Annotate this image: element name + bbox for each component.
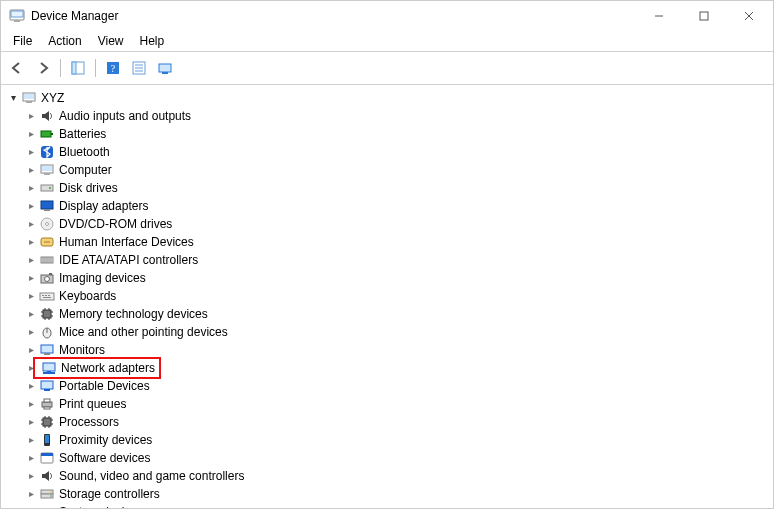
svg-rect-24 [42,166,52,171]
svg-rect-64 [41,381,53,389]
tree-node[interactable]: Human Interface Devices [3,233,771,251]
expand-arrow-icon[interactable] [25,251,37,269]
tree-node[interactable]: Portable Devices [3,377,771,395]
expand-arrow-icon[interactable] [25,377,37,395]
svg-rect-43 [40,293,54,300]
app-icon [9,8,25,24]
svg-rect-20 [41,131,51,137]
show-hide-console-tree-button[interactable] [66,56,90,80]
device-tree[interactable]: XYZ Audio inputs and outputsBatteriesBlu… [1,85,773,508]
expand-arrow-icon[interactable] [25,431,37,449]
tree-node[interactable]: IDE ATA/ATAPI controllers [3,251,771,269]
tree-node-label: Mice and other pointing devices [59,323,228,341]
svg-rect-68 [44,407,50,409]
keyboard-icon [39,288,55,304]
tree-node[interactable]: Disk drives [3,179,771,197]
svg-rect-47 [43,297,51,298]
close-button[interactable] [726,1,771,31]
expand-arrow-icon[interactable] [25,467,37,485]
expand-arrow-icon[interactable] [25,413,37,431]
svg-rect-2 [14,20,20,22]
expand-arrow-icon[interactable] [25,449,37,467]
expand-arrow-icon[interactable] [25,197,37,215]
forward-button[interactable] [31,56,55,80]
svg-rect-25 [44,173,50,175]
svg-rect-4 [700,12,708,20]
camera-icon [39,270,55,286]
toolbar-separator [60,59,61,77]
expand-arrow-icon[interactable] [25,125,37,143]
tree-node[interactable]: Storage controllers [3,485,771,503]
tree-node[interactable]: Proximity devices [3,431,771,449]
toolbar: ? [1,52,773,85]
tree-node[interactable]: DVD/CD-ROM drives [3,215,771,233]
network-icon [41,360,57,376]
svg-point-85 [50,495,52,497]
expand-arrow-icon[interactable] [25,161,37,179]
expand-arrow-icon[interactable] [25,287,37,305]
tree-node[interactable]: Computer [3,161,771,179]
window-controls [636,1,771,31]
tree-node[interactable]: Display adapters [3,197,771,215]
tree-node-label: DVD/CD-ROM drives [59,215,172,233]
menu-action[interactable]: Action [40,32,89,50]
tree-node[interactable]: Software devices [3,449,771,467]
menu-file[interactable]: File [5,32,40,50]
tree-node[interactable]: Audio inputs and outputs [3,107,771,125]
expand-arrow-icon[interactable] [25,305,37,323]
back-button[interactable] [5,56,29,80]
display-icon [39,198,55,214]
expand-arrow-icon[interactable] [25,269,37,287]
menu-view[interactable]: View [90,32,132,50]
titlebar: Device Manager [1,1,773,31]
expand-arrow-icon[interactable] [25,107,37,125]
tree-node-label: Portable Devices [59,377,150,395]
svg-point-41 [45,277,50,282]
tree-node[interactable]: Keyboards [3,287,771,305]
svg-rect-44 [42,295,44,296]
tree-node[interactable]: Network adapters [3,359,771,377]
tree-node-label: Print queues [59,395,126,413]
tree-node[interactable]: Imaging devices [3,269,771,287]
computer-icon [39,162,55,178]
tree-node-label: Processors [59,413,119,431]
expand-arrow-icon[interactable] [25,143,37,161]
maximize-button[interactable] [681,1,726,31]
svg-rect-65 [44,389,50,391]
expand-arrow-icon[interactable] [25,323,37,341]
svg-rect-81 [41,453,53,456]
speaker-icon [39,468,55,484]
svg-rect-46 [48,295,50,296]
tree-node[interactable]: Memory technology devices [3,305,771,323]
expand-arrow-icon[interactable] [25,215,37,233]
scan-hardware-button[interactable] [153,56,177,80]
tree-node[interactable]: Mice and other pointing devices [3,323,771,341]
svg-rect-29 [44,209,50,211]
chip-icon [39,306,55,322]
tree-node[interactable]: Print queues [3,395,771,413]
menu-help[interactable]: Help [132,32,173,50]
expand-arrow-icon[interactable] [25,179,37,197]
svg-rect-67 [44,399,50,402]
svg-rect-45 [45,295,47,296]
minimize-button[interactable] [636,1,681,31]
tree-node-label: Software devices [59,449,150,467]
tree-node[interactable]: Batteries [3,125,771,143]
expand-arrow-icon[interactable] [25,503,37,508]
expand-arrow-icon[interactable] [7,89,19,107]
expand-arrow-icon[interactable] [25,395,37,413]
chip-icon [39,414,55,430]
speaker-icon [39,108,55,124]
svg-rect-28 [41,201,53,209]
help-button[interactable]: ? [101,56,125,80]
tree-node[interactable]: Bluetooth [3,143,771,161]
tree-node[interactable]: Processors [3,413,771,431]
expand-arrow-icon[interactable] [25,485,37,503]
expand-arrow-icon[interactable] [25,233,37,251]
tree-node-label: System devices [59,503,143,508]
tree-node[interactable]: Sound, video and game controllers [3,467,771,485]
folder-icon [39,504,55,508]
properties-button[interactable] [127,56,151,80]
tree-root-node[interactable]: XYZ [3,89,771,107]
tree-node[interactable]: System devices [3,503,771,508]
